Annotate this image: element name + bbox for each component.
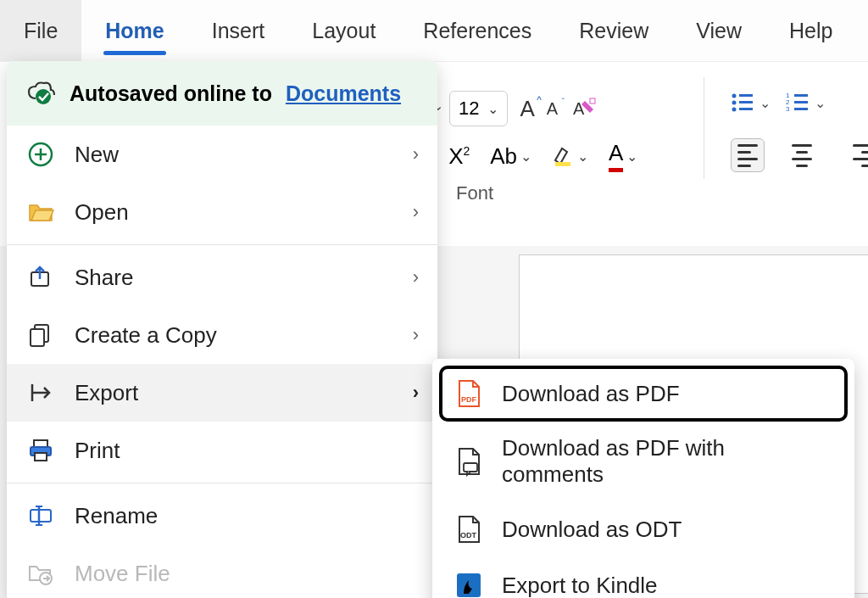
svg-rect-2: [555, 162, 570, 166]
file-create-copy-item[interactable]: Create a Copy ›: [7, 306, 437, 364]
export-icon: [25, 377, 56, 408]
svg-rect-34: [464, 463, 477, 472]
file-menu-dropdown: Autosaved online to Documents New › Open…: [7, 61, 437, 598]
decrease-font-button[interactable]: Aˇ: [547, 99, 558, 119]
file-open-item[interactable]: Open ›: [7, 183, 437, 241]
chevron-right-icon: ›: [413, 266, 419, 288]
separator: [7, 244, 437, 245]
svg-rect-27: [35, 453, 47, 461]
menu-review[interactable]: Review: [555, 0, 672, 61]
export-pdf-comments-item[interactable]: Download as PDF with comments: [439, 422, 848, 501]
svg-point-7: [732, 108, 737, 112]
superscript-button[interactable]: X2: [448, 143, 470, 170]
autosave-text: Autosaved online to: [70, 81, 272, 106]
svg-text:A: A: [573, 99, 585, 118]
ribbon-group-label: Font: [456, 182, 493, 204]
pdf-comments-icon: [454, 447, 483, 476]
align-left-button[interactable]: [731, 138, 765, 172]
plus-circle-icon: [25, 139, 56, 170]
menubar: File Home Insert Layout References Revie…: [0, 0, 868, 61]
file-export-item[interactable]: Export ›: [7, 364, 437, 422]
export-kindle-item[interactable]: Export to Kindle: [439, 557, 848, 598]
autosave-location-link[interactable]: Documents: [286, 81, 401, 106]
svg-text:3: 3: [786, 105, 790, 113]
svg-rect-6: [739, 101, 753, 103]
svg-rect-4: [739, 94, 753, 97]
kindle-icon: [454, 571, 483, 598]
menu-references[interactable]: References: [399, 0, 555, 61]
export-odt-item[interactable]: ODT Download as ODT: [439, 501, 848, 557]
svg-rect-24: [34, 440, 47, 447]
chevron-right-icon: ›: [413, 382, 419, 404]
menu-layout[interactable]: Layout: [288, 0, 399, 61]
chevron-right-icon: ›: [413, 324, 419, 346]
file-print-item[interactable]: Print: [7, 422, 437, 479]
menu-insert[interactable]: Insert: [188, 0, 289, 61]
svg-point-3: [732, 94, 737, 98]
separator: [7, 483, 437, 483]
chevron-right-icon: ›: [413, 201, 419, 223]
menu-help[interactable]: Help: [765, 0, 856, 61]
export-submenu: PDF Download as PDF Download as PDF with…: [432, 359, 854, 598]
font-color-button[interactable]: A ⌄: [609, 140, 637, 172]
svg-text:PDF: PDF: [461, 395, 477, 404]
svg-rect-12: [794, 101, 808, 103]
svg-rect-21: [31, 329, 44, 346]
font-size-select[interactable]: 12 ⌄: [449, 91, 508, 126]
svg-rect-1: [590, 98, 595, 103]
align-right-button[interactable]: [839, 138, 868, 172]
rename-icon: [25, 500, 56, 531]
svg-rect-10: [794, 94, 808, 97]
chevron-down-icon: ⌄: [487, 101, 498, 117]
svg-rect-28: [31, 510, 51, 522]
menu-file[interactable]: File: [0, 0, 81, 61]
svg-rect-14: [794, 108, 808, 110]
svg-rect-8: [739, 108, 753, 110]
align-center-button[interactable]: [785, 138, 819, 172]
menu-home[interactable]: Home: [81, 0, 187, 61]
file-new-item[interactable]: New ›: [7, 126, 437, 183]
change-case-button[interactable]: Ab ⌄: [490, 143, 531, 170]
pdf-file-icon: PDF: [454, 379, 483, 408]
copy-icon: [25, 320, 56, 350]
clear-formatting-button[interactable]: A: [570, 94, 598, 123]
folder-icon: [25, 197, 56, 227]
export-pdf-item[interactable]: PDF Download as PDF: [439, 366, 848, 422]
increase-font-button[interactable]: A^: [520, 96, 534, 122]
cloud-check-icon: [25, 78, 56, 109]
numbering-button[interactable]: 123 ⌄: [786, 91, 826, 115]
svg-point-5: [732, 101, 737, 105]
file-share-item[interactable]: Share ›: [7, 249, 437, 306]
svg-point-15: [36, 89, 51, 104]
svg-text:ODT: ODT: [460, 531, 477, 539]
printer-icon: [25, 435, 56, 466]
menu-view[interactable]: View: [672, 0, 765, 61]
share-icon: [25, 262, 56, 293]
file-rename-item[interactable]: Rename: [7, 487, 437, 545]
bullets-button[interactable]: ⌄: [731, 91, 771, 115]
file-move-item: Move File: [7, 545, 437, 598]
autosave-status: Autosaved online to Documents: [7, 61, 437, 126]
folder-move-icon: [25, 558, 56, 589]
chevron-right-icon: ›: [413, 143, 419, 165]
odt-file-icon: ODT: [454, 515, 483, 544]
highlight-button[interactable]: ⌄: [552, 145, 588, 167]
separator: [704, 77, 704, 179]
